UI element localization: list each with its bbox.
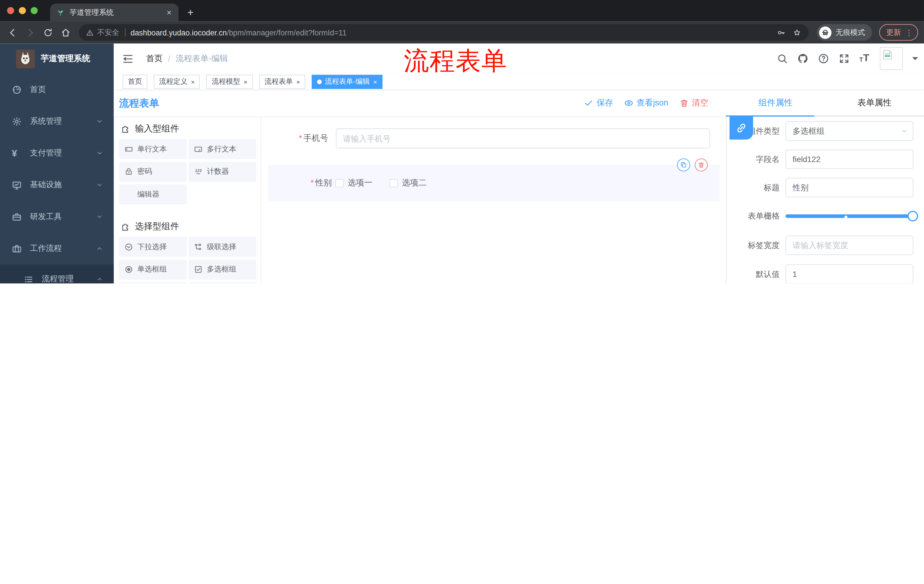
default-value-row: 默认值 — [726, 264, 924, 283]
browser-tab[interactable]: 芋道管理系统 × — [50, 3, 178, 21]
clear-button[interactable]: 清空 — [680, 98, 708, 108]
chevron-down-icon — [96, 213, 103, 220]
none — [124, 190, 133, 199]
sidebar-menu-item[interactable]: 系统管理 — [0, 105, 114, 137]
key-icon[interactable] — [777, 28, 785, 37]
component-button[interactable]: 多选框组 — [189, 260, 256, 280]
sidebar-menu-item[interactable]: 基础设施 — [0, 169, 114, 201]
search-icon[interactable] — [777, 53, 788, 64]
component-label: 多行文本 — [207, 144, 236, 154]
tag-label: 流程模型 — [212, 77, 240, 87]
sidebar-logo-row[interactable]: 芋道管理系统 — [0, 44, 114, 74]
menu-item-label: 工作流程 — [30, 243, 62, 254]
reload-icon[interactable] — [43, 28, 53, 38]
component-button[interactable]: 编辑器 — [119, 184, 187, 204]
caret-down-icon[interactable] — [912, 57, 918, 63]
slider-thumb[interactable] — [908, 211, 918, 221]
github-icon[interactable] — [797, 53, 808, 64]
component-button[interactable]: 滑块 — [189, 282, 256, 283]
component-button[interactable]: 级联选择 — [189, 237, 256, 257]
component-label: 单行文本 — [137, 144, 167, 154]
back-icon[interactable] — [8, 28, 18, 38]
eye-icon — [624, 98, 634, 108]
component-button[interactable]: 单选框组 — [119, 260, 187, 280]
component-label: 多选框组 — [207, 264, 236, 274]
props-panel: 组件类型 字段名 标题 表单栅格 — [726, 117, 924, 283]
default-value-input[interactable] — [785, 264, 913, 283]
label-width-input[interactable] — [785, 235, 913, 255]
label-width-row: 标签宽度 — [726, 235, 924, 255]
copy-icon[interactable] — [677, 158, 690, 171]
field-name-input[interactable] — [785, 150, 913, 169]
title-row: 标题 — [726, 178, 924, 197]
save-button[interactable]: 保存 — [584, 98, 613, 108]
yen-icon: ¥ — [12, 148, 22, 158]
tag-close-icon[interactable]: × — [244, 78, 247, 85]
tab-component-props[interactable]: 组件属性 — [726, 89, 825, 115]
form-grid-row: 表单栅格 — [726, 206, 924, 226]
component-button[interactable]: 密码 — [119, 162, 187, 182]
browser-menu-icon[interactable]: ⋮ — [905, 28, 913, 37]
phone-input[interactable] — [336, 128, 710, 148]
checkbox[interactable] — [335, 179, 344, 188]
checkbox-option[interactable]: 选项二 — [389, 178, 427, 188]
tag[interactable]: 流程表单 × — [259, 74, 305, 89]
minimize-window-button[interactable] — [19, 7, 26, 14]
section-title: 选择型组件 — [135, 220, 179, 232]
gender-field-selected[interactable]: *性别 选项一 选项二 — [268, 165, 719, 201]
forward-icon[interactable] — [25, 28, 35, 38]
browser-update-button[interactable]: 更新 ⋮ — [879, 24, 918, 41]
breadcrumb-home[interactable]: 首页 — [146, 54, 163, 64]
sidebar-menu-item[interactable]: ¥ 支付管理 — [0, 137, 114, 169]
component-button[interactable]: 单行文本 — [119, 139, 187, 159]
checkbox[interactable] — [389, 179, 398, 188]
component-button[interactable]: 下拉选择 — [119, 237, 187, 257]
component-button[interactable]: 开关 — [119, 282, 187, 283]
trash-icon[interactable] — [695, 158, 708, 171]
new-tab-button[interactable]: + — [187, 5, 193, 20]
sidebar-menu-item[interactable]: 流程管理 — [0, 264, 114, 283]
close-window-button[interactable] — [7, 7, 14, 14]
tag-close-icon[interactable]: × — [373, 78, 377, 85]
title-input[interactable] — [785, 178, 913, 197]
broken-image-icon[interactable] — [880, 47, 903, 70]
phone-field[interactable]: *手机号 — [261, 128, 726, 148]
item-action-buttons — [677, 158, 708, 171]
fullscreen-icon[interactable] — [838, 53, 850, 64]
tag-close-icon[interactable]: × — [297, 78, 300, 85]
component-label: 级联选择 — [207, 242, 236, 252]
link-icon[interactable] — [729, 117, 753, 140]
sidebar-menu-item[interactable]: 工作流程 — [0, 233, 114, 264]
star-outline-icon[interactable] — [792, 28, 801, 37]
help-icon[interactable] — [818, 53, 829, 64]
hamburger-icon[interactable] — [122, 53, 134, 65]
sidebar-menu-item[interactable]: 首页 — [0, 74, 114, 105]
home-icon[interactable] — [61, 28, 71, 38]
window-controls — [7, 7, 38, 14]
app: 芋道管理系统 首页 系统管理 ¥ 支付管理 — [0, 44, 924, 283]
zoom-window-button[interactable] — [31, 7, 38, 14]
tab-form-props[interactable]: 表单属性 — [825, 89, 924, 115]
checkbox-option[interactable]: 选项一 — [335, 178, 373, 188]
form-grid-slider[interactable] — [785, 206, 913, 226]
component-button[interactable]: 123 计数器 — [189, 162, 256, 182]
tag-close-icon[interactable]: × — [191, 78, 195, 85]
view-json-button[interactable]: 查看json — [624, 98, 668, 108]
component-type-select[interactable] — [785, 122, 913, 141]
field-name-label: 字段名 — [726, 154, 780, 165]
svg-text:123: 123 — [195, 168, 202, 173]
tab-close-button[interactable]: × — [165, 8, 173, 17]
trash-icon — [680, 98, 689, 108]
tag[interactable]: 首页 — [123, 74, 147, 89]
tag[interactable]: 流程定义 × — [154, 74, 200, 89]
slider-track[interactable] — [785, 214, 913, 218]
sidebar-menu-item[interactable]: 研发工具 — [0, 201, 114, 233]
tag[interactable]: 流程表单-编辑 × — [312, 74, 382, 89]
component-button[interactable]: 多行文本 — [189, 139, 256, 159]
chevron-down-icon — [96, 118, 103, 125]
url-bar[interactable]: 不安全 dashboard.yudao.iocoder.cn /bpm/mana… — [79, 24, 808, 41]
tag[interactable]: 流程模型 × — [206, 74, 253, 89]
radio-icon — [124, 265, 133, 274]
font-size-icon[interactable]: TT — [859, 53, 870, 64]
component-label: 密码 — [137, 166, 152, 176]
